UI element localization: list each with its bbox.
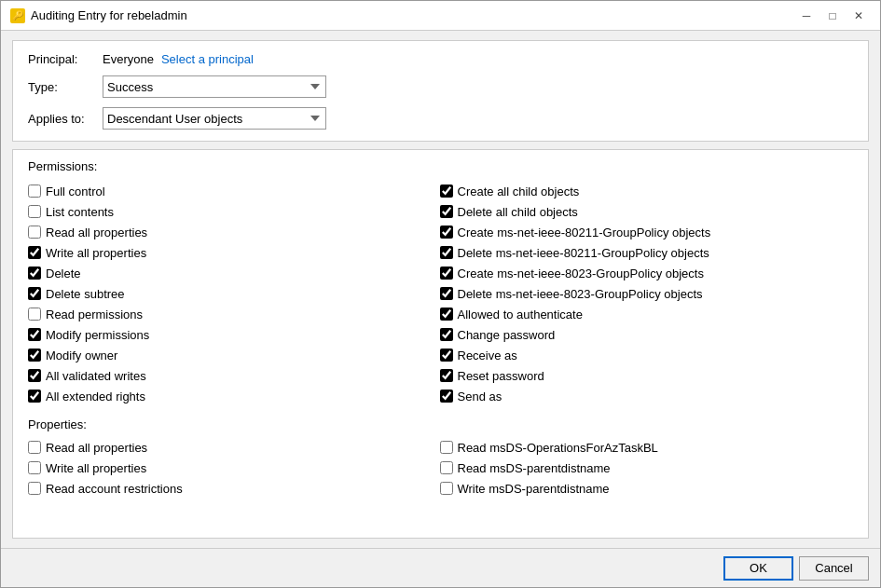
perm-delete-all-child-label[interactable]: Delete all child objects xyxy=(458,205,578,219)
perm-all-validated-writes-label[interactable]: All validated writes xyxy=(46,369,146,383)
perm-create-8023-checkbox[interactable] xyxy=(440,267,453,280)
prop-read-all-label[interactable]: Read all properties xyxy=(46,441,147,455)
perm-delete-checkbox[interactable] xyxy=(28,267,41,280)
perm-read-all-props-checkbox[interactable] xyxy=(28,226,41,239)
perm-allowed-authenticate-checkbox[interactable] xyxy=(440,308,453,321)
title-bar: 🔑 Auditing Entry for rebeladmin ─ □ ✕ xyxy=(1,1,880,31)
perm-write-all-props-checkbox[interactable] xyxy=(28,246,41,259)
principal-label: Principal: xyxy=(28,52,103,66)
perm-modify-owner-label[interactable]: Modify owner xyxy=(46,349,117,362)
perm-all-extended-rights-label[interactable]: All extended rights xyxy=(46,390,145,403)
perm-item: Change password xyxy=(440,324,852,345)
perm-receive-as-label[interactable]: Receive as xyxy=(458,349,517,362)
properties-col-left: Read all properties Write all properties… xyxy=(28,437,440,499)
perm-list-contents-checkbox[interactable] xyxy=(28,205,41,218)
minimize-button[interactable]: ─ xyxy=(794,7,819,25)
perm-modify-permissions-checkbox[interactable] xyxy=(28,328,41,341)
perm-item: Delete all child objects xyxy=(440,201,852,222)
perm-modify-owner-checkbox[interactable] xyxy=(28,349,41,362)
prop-read-msds-parent-checkbox[interactable] xyxy=(440,461,453,474)
maximize-button[interactable]: □ xyxy=(820,7,845,25)
prop-read-msds-parent-label[interactable]: Read msDS-parentdistname xyxy=(458,461,611,475)
prop-read-msds-ops-checkbox[interactable] xyxy=(440,441,453,454)
perm-item: Read permissions xyxy=(28,304,440,324)
perm-all-validated-writes-checkbox[interactable] xyxy=(28,369,41,382)
properties-grid: Read all properties Write all properties… xyxy=(28,437,851,499)
perm-send-as-label[interactable]: Send as xyxy=(458,390,502,403)
prop-read-msds-ops-label[interactable]: Read msDS-OperationsForAzTaskBL xyxy=(458,441,658,455)
perm-item: Allowed to authenticate xyxy=(440,304,852,324)
perm-allowed-authenticate-label[interactable]: Allowed to authenticate xyxy=(458,308,583,321)
cancel-button[interactable]: Cancel xyxy=(799,556,869,581)
window-title: Auditing Entry for rebeladmin xyxy=(31,8,187,22)
perm-item: List contents xyxy=(28,201,440,222)
prop-write-all-label[interactable]: Write all properties xyxy=(46,461,146,475)
perm-create-all-child-label[interactable]: Create all child objects xyxy=(458,185,580,198)
properties-col-right: Read msDS-OperationsForAzTaskBL Read msD… xyxy=(440,437,852,499)
prop-item: Write msDS-parentdistname xyxy=(440,478,852,499)
perm-delete-subtree-checkbox[interactable] xyxy=(28,287,41,300)
perm-delete-8023-label[interactable]: Delete ms-net-ieee-8023-GroupPolicy obje… xyxy=(458,287,703,301)
prop-write-msds-parent-checkbox[interactable] xyxy=(440,482,453,495)
perm-item: Create ms-net-ieee-8023-GroupPolicy obje… xyxy=(440,263,852,283)
permissions-grid: Full control List contents Read all prop… xyxy=(28,181,851,406)
permissions-label: Permissions: xyxy=(28,159,853,173)
select-principal-link[interactable]: Select a principal xyxy=(161,52,254,66)
footer: OK Cancel xyxy=(1,548,880,587)
perm-read-permissions-checkbox[interactable] xyxy=(28,308,41,321)
perm-send-as-checkbox[interactable] xyxy=(440,390,453,403)
perm-reset-password-label[interactable]: Reset password xyxy=(458,369,544,383)
perm-change-password-checkbox[interactable] xyxy=(440,328,453,341)
perm-delete-8023-checkbox[interactable] xyxy=(440,287,453,300)
perm-item: Create ms-net-ieee-80211-GroupPolicy obj… xyxy=(440,222,852,242)
type-row: Type: Success Failure All xyxy=(28,75,853,98)
perm-item: Reset password xyxy=(440,365,852,386)
prop-read-account-label[interactable]: Read account restrictions xyxy=(46,482,183,496)
perm-delete-label[interactable]: Delete xyxy=(46,267,81,280)
perm-create-all-child-checkbox[interactable] xyxy=(440,185,453,198)
perm-full-control-label[interactable]: Full control xyxy=(46,185,105,198)
perm-reset-password-checkbox[interactable] xyxy=(440,369,453,382)
main-window: 🔑 Auditing Entry for rebeladmin ─ □ ✕ Pr… xyxy=(0,0,881,588)
perm-list-contents-label[interactable]: List contents xyxy=(46,205,114,219)
principal-name: Everyone xyxy=(103,52,154,66)
perm-delete-80211-label[interactable]: Delete ms-net-ieee-80211-GroupPolicy obj… xyxy=(458,246,709,260)
perm-read-all-props-label[interactable]: Read all properties xyxy=(46,226,147,239)
perm-item: All extended rights xyxy=(28,386,440,406)
applies-row: Applies to: Descendant User objects This… xyxy=(28,107,853,130)
permissions-col-left: Full control List contents Read all prop… xyxy=(28,181,440,406)
perm-all-extended-rights-checkbox[interactable] xyxy=(28,390,41,403)
prop-read-account-checkbox[interactable] xyxy=(28,482,41,495)
perm-delete-subtree-label[interactable]: Delete subtree xyxy=(46,287,125,301)
perm-change-password-label[interactable]: Change password xyxy=(458,328,556,342)
principal-value: Everyone Select a principal xyxy=(103,52,254,66)
perm-item: Send as xyxy=(440,386,852,406)
content-area: Principal: Everyone Select a principal T… xyxy=(1,31,880,548)
properties-label: Properties: xyxy=(28,417,851,431)
permissions-col-right: Create all child objects Delete all chil… xyxy=(440,181,852,406)
principal-row: Principal: Everyone Select a principal xyxy=(28,52,853,66)
applies-select[interactable]: Descendant User objects This object only… xyxy=(103,107,326,130)
perm-create-80211-label[interactable]: Create ms-net-ieee-80211-GroupPolicy obj… xyxy=(458,226,711,239)
perm-create-8023-label[interactable]: Create ms-net-ieee-8023-GroupPolicy obje… xyxy=(458,267,704,280)
top-section: Principal: Everyone Select a principal T… xyxy=(12,40,869,142)
perm-create-80211-checkbox[interactable] xyxy=(440,226,453,239)
type-select[interactable]: Success Failure All xyxy=(103,75,326,98)
perm-delete-80211-checkbox[interactable] xyxy=(440,246,453,259)
perm-receive-as-checkbox[interactable] xyxy=(440,349,453,362)
window-icon: 🔑 xyxy=(10,8,25,23)
perm-item: Modify permissions xyxy=(28,324,440,345)
prop-write-msds-parent-label[interactable]: Write msDS-parentdistname xyxy=(458,482,610,496)
perm-write-all-props-label[interactable]: Write all properties xyxy=(46,246,146,260)
perm-full-control-checkbox[interactable] xyxy=(28,185,41,198)
perm-read-permissions-label[interactable]: Read permissions xyxy=(46,308,143,321)
close-button[interactable]: ✕ xyxy=(847,7,871,25)
perm-delete-all-child-checkbox[interactable] xyxy=(440,205,453,218)
scroll-content[interactable]: Full control List contents Read all prop… xyxy=(28,181,853,528)
prop-item: Read account restrictions xyxy=(28,478,440,499)
perm-modify-permissions-label[interactable]: Modify permissions xyxy=(46,328,149,342)
prop-read-all-checkbox[interactable] xyxy=(28,441,41,454)
ok-button[interactable]: OK xyxy=(723,556,793,581)
perm-item: Delete ms-net-ieee-8023-GroupPolicy obje… xyxy=(440,283,852,304)
prop-write-all-checkbox[interactable] xyxy=(28,461,41,474)
